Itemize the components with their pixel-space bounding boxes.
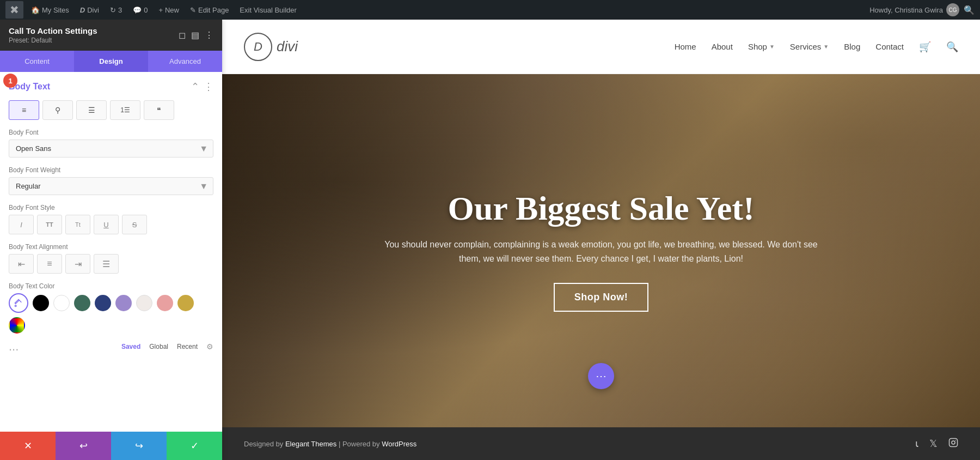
instagram-icon[interactable] <box>948 438 958 450</box>
body-font-weight-select[interactable]: Regular <box>9 177 213 195</box>
tab-advanced[interactable]: Advanced <box>148 51 222 72</box>
dark-green-swatch[interactable] <box>74 295 90 311</box>
nav-services[interactable]: Services ▼ <box>790 42 829 51</box>
global-colors-label[interactable]: Global <box>149 343 168 350</box>
undo-button[interactable]: ↩ <box>56 432 111 460</box>
saved-colors-label[interactable]: Saved <box>121 343 140 350</box>
link-btn[interactable]: ⚲ <box>42 100 73 120</box>
site-name[interactable]: D Divi <box>77 6 102 14</box>
comment-icon: 💬 <box>133 6 142 14</box>
comments-item[interactable]: 💬 0 <box>130 6 151 14</box>
hero-title: Our Biggest Sale Yet! <box>448 190 754 227</box>
wp-logo[interactable]: ✖ <box>5 1 23 19</box>
align-left-btn[interactable]: ⇤ <box>9 254 34 274</box>
admin-search-icon[interactable]: 🔍 <box>964 5 975 15</box>
unordered-list-btn[interactable]: ☰ <box>76 100 107 120</box>
lavender-swatch[interactable] <box>115 295 132 311</box>
columns-icon[interactable]: ▤ <box>191 30 199 40</box>
svg-point-3 <box>955 440 956 441</box>
cancel-button[interactable]: ✕ <box>0 432 56 460</box>
plus-icon: + <box>158 6 163 14</box>
body-font-select[interactable]: Open Sans <box>9 140 213 158</box>
sites-icon: 🏠 <box>31 6 40 14</box>
color-label-row: Saved Global Recent ⚙ <box>121 338 213 355</box>
pencil-icon: ✎ <box>190 6 196 14</box>
panel-title: Call To Action Settings <box>9 26 97 35</box>
align-right-btn[interactable]: ⇥ <box>65 254 90 274</box>
pink-swatch[interactable] <box>157 295 173 311</box>
my-sites-menu[interactable]: 🏠 My Sites <box>28 6 72 14</box>
hero-subtitle: You should never complain, complaining i… <box>383 238 819 265</box>
ordered-list-btn[interactable]: 1☰ <box>110 100 140 120</box>
collapse-icon[interactable]: ⌃ <box>191 81 199 93</box>
blockquote-btn[interactable]: ❝ <box>144 100 174 120</box>
update-icon: ↻ <box>110 6 116 14</box>
site-nav: Home About Shop ▼ Services ▼ Blog Contac <box>675 41 958 53</box>
text-alignment-row: ⇤ ≡ ⇥ ☰ <box>9 254 213 274</box>
italic-btn[interactable]: I <box>9 215 34 234</box>
recent-colors-label[interactable]: Recent <box>177 343 198 350</box>
user-greeting: Howdy, Christina Gwira CG <box>869 3 959 16</box>
site-logo[interactable]: D divi <box>244 33 298 61</box>
tab-content[interactable]: Content <box>0 51 74 72</box>
align-center-btn[interactable]: ≡ <box>37 254 62 274</box>
svg-rect-1 <box>950 438 958 446</box>
nav-about[interactable]: About <box>712 42 733 51</box>
logo-text: divi <box>277 38 298 55</box>
capitalize-btn[interactable]: Tt <box>65 215 90 234</box>
strikethrough-btn[interactable]: S <box>122 215 147 234</box>
panel-header: Call To Action Settings Preset: Default … <box>0 20 222 51</box>
font-style-row: I TT Tt U S <box>9 215 213 234</box>
navy-swatch[interactable] <box>95 295 111 311</box>
body-text-alignment-label: Body Text Alignment <box>9 243 213 251</box>
nav-shop[interactable]: Shop ▼ <box>748 42 775 51</box>
tab-design[interactable]: Design <box>74 51 148 72</box>
redo-button[interactable]: ↪ <box>111 432 167 460</box>
elegant-themes-link[interactable]: Elegant Themes <box>285 440 336 448</box>
gold-swatch[interactable] <box>177 295 194 311</box>
updates-item[interactable]: ↻ 3 <box>107 6 125 14</box>
site-preview: D divi Home About Shop ▼ Services ▼ <box>222 20 980 460</box>
svg-point-2 <box>952 441 955 444</box>
cart-icon[interactable]: 🛒 <box>919 41 931 53</box>
white-swatch[interactable] <box>53 295 70 311</box>
hero-cta-button[interactable]: Shop Now! <box>554 283 648 312</box>
confirm-button[interactable]: ✓ <box>167 432 222 460</box>
logo-circle: D <box>244 33 272 61</box>
facebook-icon[interactable]: ⍳ <box>915 438 918 450</box>
section-more-icon[interactable]: ⋮ <box>204 81 213 93</box>
new-menu[interactable]: + New <box>155 6 182 14</box>
black-swatch[interactable] <box>33 295 49 311</box>
cream-swatch[interactable] <box>136 295 152 311</box>
twitter-icon[interactable]: 𝕏 <box>929 438 938 450</box>
panel-preset[interactable]: Preset: Default <box>9 37 97 44</box>
body-font-style-label: Body Font Style <box>9 204 213 211</box>
body-text-color-label: Body Text Color <box>9 282 213 290</box>
fab-container: ⋯ <box>588 363 614 389</box>
align-justify-btn[interactable]: ☰ <box>94 254 119 274</box>
eyedropper-color-swatch[interactable] <box>9 293 28 313</box>
panel-tabs: Content Design Advanced <box>0 51 222 72</box>
edit-page-link[interactable]: ✎ Edit Page <box>187 6 232 14</box>
wordpress-link[interactable]: WordPress <box>382 440 416 448</box>
paragraph-btn[interactable]: ≡ <box>9 100 39 120</box>
uppercase-btn[interactable]: TT <box>37 215 62 234</box>
color-settings-icon[interactable]: ⚙ <box>206 342 213 351</box>
body-font-label: Body Font <box>9 129 213 136</box>
nav-search-icon[interactable]: 🔍 <box>946 41 958 53</box>
fullscreen-icon[interactable]: ◻ <box>179 30 186 40</box>
nav-contact[interactable]: Contact <box>875 42 904 51</box>
more-dots[interactable]: ... <box>9 340 19 354</box>
wp-admin-bar: ✖ 🏠 My Sites D Divi ↻ 3 💬 0 + New ✎ Edit… <box>0 0 980 20</box>
text-format-row: ≡ ⚲ ☰ 1☰ ❝ <box>9 100 213 120</box>
underline-btn[interactable]: U <box>94 215 119 234</box>
footer-social: ⍳ 𝕏 <box>915 438 958 450</box>
nav-home[interactable]: Home <box>675 42 696 51</box>
nav-blog[interactable]: Blog <box>844 42 860 51</box>
fab-button[interactable]: ⋯ <box>588 363 614 389</box>
site-header: D divi Home About Shop ▼ Services ▼ <box>222 20 980 74</box>
multicolor-swatch[interactable] <box>9 317 25 334</box>
more-options-icon[interactable]: ⋮ <box>205 30 213 40</box>
body-font-select-wrapper: Open Sans ▼ <box>9 140 213 158</box>
exit-builder-link[interactable]: Exit Visual Builder <box>236 6 300 14</box>
